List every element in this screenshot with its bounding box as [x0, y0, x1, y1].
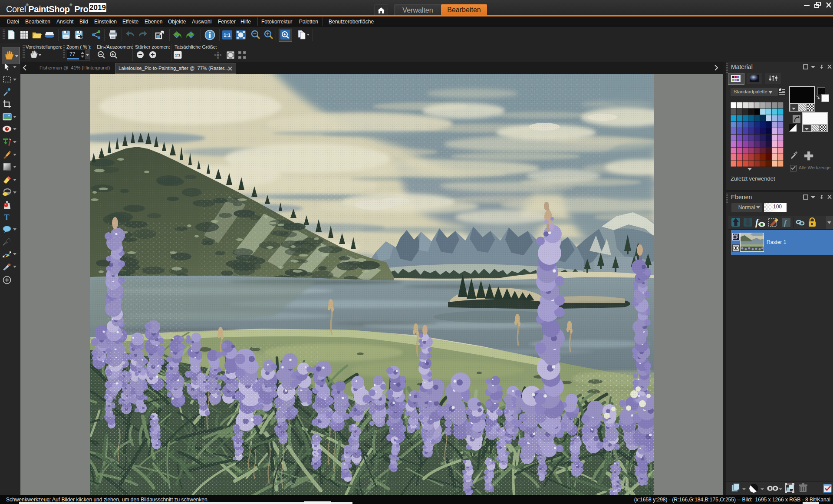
svg-text:f: f	[755, 217, 760, 227]
svg-text:1:1: 1:1	[224, 33, 230, 38]
svg-text:T: T	[4, 213, 10, 221]
svg-text:1:1: 1:1	[175, 53, 181, 57]
